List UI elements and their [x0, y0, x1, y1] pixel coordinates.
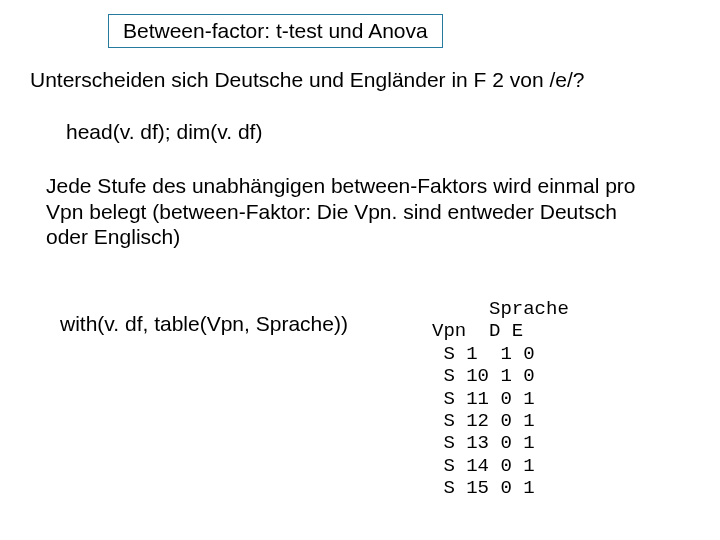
- title-text: Between-factor: t-test und Anova: [123, 19, 428, 42]
- paragraph-text: Jede Stufe des unabhängigen between-Fakt…: [46, 173, 660, 250]
- title-box: Between-factor: t-test und Anova: [108, 14, 443, 48]
- question-text: Unterscheiden sich Deutsche und Englände…: [30, 68, 585, 92]
- slide: Between-factor: t-test und Anova Untersc…: [0, 0, 720, 540]
- code-line-2: with(v. df, table(Vpn, Sprache)): [60, 312, 348, 336]
- output-table: Sprache Vpn D E S 1 1 0 S 10 1 0 S 11 0 …: [432, 298, 569, 500]
- code-line-1: head(v. df); dim(v. df): [66, 120, 262, 144]
